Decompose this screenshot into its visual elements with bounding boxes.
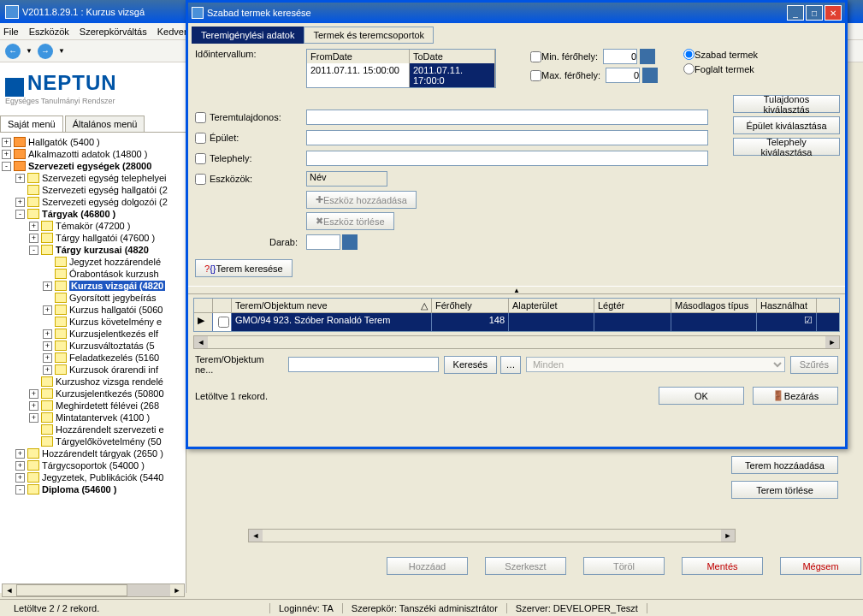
tree-label[interactable]: Feladatkezelés (5160 — [69, 352, 159, 363]
owner-checkbox[interactable] — [195, 112, 206, 123]
tree-label[interactable]: Tárgyelőkövetelmény (50 — [56, 436, 162, 447]
tree[interactable]: +Hallgatók (5400 )+Alkalmazotti adatok (… — [0, 133, 186, 560]
expander-icon[interactable]: - — [2, 162, 11, 171]
expander-icon[interactable]: + — [2, 138, 11, 147]
max-capacity-checkbox[interactable] — [530, 70, 541, 81]
tree-node[interactable]: Gyorsított jegybeírás — [2, 292, 184, 304]
owner-input[interactable] — [306, 110, 708, 125]
col-capacity[interactable]: Férőhely — [432, 299, 509, 312]
tree-node[interactable]: +Szervezeti egység telephelyei — [2, 172, 184, 184]
save-button[interactable]: Mentés — [682, 557, 763, 575]
expander-icon[interactable]: + — [15, 449, 25, 459]
tree-label[interactable]: Szervezeti egység telephelyei — [42, 173, 167, 183]
col-name[interactable]: Terem/Objektum neve △ — [232, 299, 432, 312]
tree-node[interactable]: +Kurzusok órarendi inf — [2, 364, 184, 376]
tree-label[interactable]: Tárgycsoportok (54000 ) — [42, 460, 145, 471]
tree-label[interactable]: Szervezeti egységek (28000 — [28, 161, 151, 171]
tree-label[interactable]: Kurzusváltoztatás (5 — [69, 341, 155, 351]
col-usable[interactable]: Használhat — [757, 299, 817, 312]
expander-icon[interactable]: + — [43, 305, 52, 315]
add-tool-button[interactable]: ✚ Eszköz hozzáadása — [306, 191, 417, 209]
expander-icon[interactable]: + — [43, 341, 52, 351]
edit-button[interactable]: Szerkeszt — [485, 557, 566, 575]
tree-node[interactable]: +Hallgatók (5400 ) — [2, 136, 184, 148]
tree-node[interactable]: +Kurzus hallgatói (5060 — [2, 304, 184, 316]
tree-node[interactable]: -Diploma (54600 ) — [2, 483, 184, 495]
add-button[interactable]: Hozzáad — [387, 557, 468, 575]
tree-label[interactable]: Szervezeti egység hallgatói (2 — [42, 185, 168, 195]
add-room-button[interactable]: Terem hozzáadása — [731, 456, 838, 474]
tree-node[interactable]: Tárgyelőkövetelmény (50 — [2, 435, 184, 447]
ok-button[interactable]: OK — [659, 387, 744, 405]
expander-icon[interactable]: + — [2, 150, 11, 159]
tree-node[interactable]: +Mintatantervek (4100 ) — [2, 412, 184, 424]
tree-label[interactable]: Alkalmazotti adatok (14800 ) — [28, 149, 147, 159]
tree-label[interactable]: Kurzushoz vizsga rendelé — [56, 376, 163, 387]
expander-icon[interactable]: + — [43, 365, 52, 375]
tree-node[interactable]: +Kurzusjelentkezés elf — [2, 328, 184, 340]
count-picker-icon[interactable] — [342, 234, 358, 250]
filter-more-button[interactable]: … — [500, 356, 521, 374]
expander-icon[interactable]: + — [43, 281, 52, 291]
tree-node[interactable]: Hozzárendelt szervezeti e — [2, 424, 184, 435]
table-row[interactable]: ▶ GMO/94 923. Szóber Ronaldó Terem 148 ☑ — [194, 313, 839, 331]
building-input[interactable] — [306, 130, 708, 145]
interval-table[interactable]: FromDate ToDate 2011.07.11. 15:00:00 201… — [306, 49, 496, 88]
tree-node[interactable]: +Alkalmazotti adatok (14800 ) — [2, 148, 184, 160]
expander-icon[interactable]: + — [15, 473, 25, 483]
tree-label[interactable]: Hozzárendelt tárgyak (2650 ) — [42, 448, 163, 459]
tree-node[interactable]: Kurzushoz vizsga rendelé — [2, 376, 184, 388]
tree-label[interactable]: Hallgatók (5400 ) — [28, 137, 100, 147]
max-capacity-picker-icon[interactable] — [642, 68, 658, 83]
tree-node[interactable]: +Kurzusváltoztatás (5 — [2, 340, 184, 352]
tree-label[interactable]: Tárgy kurzusai (4820 — [56, 245, 149, 255]
menu-fav[interactable]: Kedven — [157, 27, 189, 37]
parent-hscroll[interactable]: ◄► — [248, 529, 736, 542]
fromdate-value[interactable]: 2011.07.11. 15:00:00 — [307, 63, 410, 87]
expander-icon[interactable]: + — [29, 401, 38, 411]
tree-node[interactable]: +Hozzárendelt tárgyak (2650 ) — [2, 447, 184, 459]
tree-label[interactable]: Kurzus hallgatói (5060 — [69, 305, 163, 315]
tree-label[interactable]: Kurzus követelmény e — [69, 317, 162, 327]
tree-node[interactable]: +Meghirdetett félévei (268 — [2, 400, 184, 412]
tree-label[interactable]: Gyorsított jegybeírás — [69, 293, 157, 303]
min-capacity-picker-icon[interactable] — [640, 49, 655, 64]
tree-node[interactable]: -Szervezeti egységek (28000 — [2, 160, 184, 172]
tab-own-menu[interactable]: Saját menü — [0, 116, 63, 132]
select-building-button[interactable]: Épület kiválasztása — [733, 116, 840, 134]
tree-label[interactable]: Hozzárendelt szervezeti e — [56, 424, 164, 435]
delete-room-button[interactable]: Terem törlése — [731, 481, 838, 499]
delete-button[interactable]: Töröl — [583, 557, 665, 575]
maximize-button[interactable]: □ — [806, 5, 823, 21]
tree-label[interactable]: Mintatantervek (4100 ) — [56, 412, 150, 423]
back-button[interactable]: ← — [5, 44, 21, 59]
close-dialog-button[interactable]: 🚪 Bezárás — [753, 387, 838, 405]
delete-tool-button[interactable]: ✖ Eszköz törlése — [306, 212, 394, 230]
sidebar-hscroll[interactable]: ◄► — [2, 583, 185, 597]
busy-rooms-radio[interactable] — [683, 63, 695, 74]
expander-icon[interactable]: + — [29, 389, 38, 399]
tree-node[interactable]: Órabontások kurzush — [2, 268, 184, 280]
site-input[interactable] — [306, 151, 708, 166]
filter-input[interactable] — [288, 357, 439, 372]
tree-node[interactable]: +Szervezeti egység dolgozói (2 — [2, 196, 184, 208]
tree-node[interactable]: +Kurzus vizsgái (4820 — [2, 280, 184, 292]
site-checkbox[interactable] — [195, 153, 206, 164]
select-owner-button[interactable]: Tulajdonos kiválasztás — [733, 95, 840, 113]
tree-node[interactable]: Szervezeti egység hallgatói (2 — [2, 184, 184, 196]
search-room-button[interactable]: ?{} Terem keresése — [195, 259, 293, 277]
expander-icon[interactable]: + — [43, 329, 52, 339]
grid-hscroll[interactable]: ◄► — [193, 335, 840, 349]
building-checkbox[interactable] — [195, 133, 206, 144]
menu-role[interactable]: Szerepkörváltás — [80, 27, 147, 37]
tree-label[interactable]: Jegyzetek, Publikációk (5440 — [42, 472, 163, 483]
tree-label[interactable]: Kurzusok órarendi inf — [69, 364, 158, 375]
col-airspace[interactable]: Légtér — [594, 299, 671, 312]
close-button[interactable]: ✕ — [825, 5, 842, 21]
tree-label[interactable]: Jegyzet hozzárendelé — [69, 257, 161, 267]
menu-tools[interactable]: Eszközök — [29, 27, 69, 37]
expander-icon[interactable]: - — [29, 246, 38, 255]
menu-file[interactable]: File — [3, 27, 19, 37]
expander-icon[interactable]: + — [29, 413, 38, 423]
min-capacity-input[interactable] — [603, 49, 637, 64]
